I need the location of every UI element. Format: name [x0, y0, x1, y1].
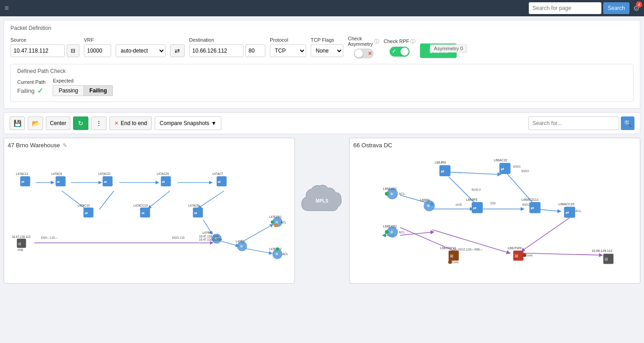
tcp-flags-label: TCP Flags	[311, 37, 343, 43]
mpls-cloud-wrap: MPLS	[299, 138, 345, 284]
svg-text:⇄: ⇄	[473, 206, 477, 210]
destination-input[interactable]	[189, 44, 244, 57]
svg-text:6m5.0: 6m5.0	[472, 188, 481, 192]
svg-text:⇄: ⇄	[85, 211, 88, 215]
toolbar-search-wrap: 🔍	[528, 116, 634, 130]
ostrava-dc-container: 66 Ostrava DC 6m5.0	[349, 138, 640, 284]
check-rpf-group: Check RPF ⓘ ✓	[384, 38, 415, 57]
source-input[interactable]	[10, 44, 65, 57]
svg-text:Zone: Zone	[525, 254, 532, 257]
svg-text:⇄: ⇄	[566, 210, 569, 215]
svg-text:ACL: ACL	[283, 252, 288, 256]
current-path-label: Current Path	[17, 79, 45, 85]
expected-passing-button[interactable]: Passing	[53, 85, 84, 96]
diagram-search-button[interactable]: 🔍	[621, 116, 634, 130]
refresh-button[interactable]: ↻	[73, 116, 88, 130]
packet-definition-panel: Packet Definition Source ⊟ VRF - auto-de…	[4, 20, 640, 109]
save-button[interactable]: 💾	[10, 116, 25, 130]
svg-point-52	[274, 224, 277, 227]
current-path-status-row: Failing ✓	[17, 87, 45, 95]
svg-text:⇄: ⇄	[57, 180, 60, 184]
asymmetry-info-icon[interactable]: ⓘ	[374, 38, 379, 45]
svg-text:L47AC11: L47AC11	[16, 172, 28, 175]
gear-icon-wrap[interactable]: ⚙ 4	[633, 4, 639, 13]
svg-text:10.47.110/105/24: 10.47.110/105/24	[199, 238, 222, 241]
expected-failing-button[interactable]: Failing	[84, 85, 113, 96]
vrf-group: VRF	[84, 37, 111, 57]
packet-fields-row: Source ⊟ VRF - auto-detect ⇄ Destination	[10, 36, 634, 58]
svg-point-105	[385, 230, 389, 234]
protocol-label: Protocol	[270, 37, 306, 43]
protocol-select[interactable]: TCP	[270, 44, 306, 57]
svg-text:L47AC21: L47AC21	[98, 172, 111, 175]
compare-chevron-icon: ▼	[211, 120, 217, 126]
swap-button[interactable]: ⇄	[170, 44, 185, 57]
svg-text:ACL: ACL	[281, 221, 287, 224]
svg-text:L47AC10: L47AC10	[78, 204, 90, 207]
svg-text:ACL: ACL	[575, 209, 581, 213]
svg-text:L47AC9: L47AC9	[51, 172, 62, 175]
svg-text:10.47.118.112: 10.47.118.112	[12, 235, 30, 238]
svg-text:L47AC7: L47AC7	[212, 172, 223, 175]
menu-icon[interactable]: ≡	[5, 4, 9, 12]
current-path-field: Current Path Failing ✓	[17, 79, 45, 95]
destination-label: Destination	[189, 37, 265, 43]
end-to-end-x-icon: ✕	[114, 120, 119, 126]
svg-text:L47AC20: L47AC20	[157, 172, 169, 175]
defined-path-check-title: Defined Path Check	[17, 68, 627, 74]
source-input-group: ⊟	[10, 44, 79, 57]
svg-text:L47EXR1: L47EXR1	[269, 215, 282, 218]
svg-text:ACL: ACL	[399, 231, 405, 234]
copy-source-button[interactable]: ⊟	[67, 44, 79, 57]
open-button[interactable]: 📂	[28, 116, 43, 130]
page-search-input[interactable]	[529, 2, 601, 14]
current-path-status: Failing	[17, 87, 34, 94]
svg-text:L66R3: L66R3	[420, 198, 429, 202]
vrf-label: VRF	[84, 37, 111, 43]
svg-line-124	[522, 218, 570, 251]
svg-text:E0/0—118—: E0/0—118—	[41, 236, 58, 239]
svg-text:✳: ✳	[390, 229, 394, 235]
svg-text:Et0/3.118: Et0/3.118	[172, 236, 185, 239]
svg-text:Et0/2: Et0/2	[522, 203, 530, 207]
svg-text:L66ACC23: L66ACC23	[559, 203, 575, 206]
vrf-detect-select[interactable]: auto-detect	[116, 44, 166, 57]
mpls-cloud-svg: MPLS	[299, 184, 345, 220]
asymmetry-label: Asymmetry 0	[434, 46, 463, 51]
end-to-end-button[interactable]: ✕ End to end	[109, 116, 152, 130]
page-search-button[interactable]: Search	[603, 2, 629, 14]
asymmetry-toggle-x: ✕	[368, 51, 372, 57]
svg-text:L47EXR2: L47EXR2	[269, 247, 282, 251]
current-path-check-icon: ✓	[37, 87, 43, 95]
svg-text:⊞: ⊞	[450, 254, 454, 258]
ostrava-title-text: 66 Ostrava DC	[353, 142, 392, 149]
svg-text:L66JTW9: L66JTW9	[508, 246, 522, 250]
center-button[interactable]: Center	[46, 116, 70, 130]
svg-text:10.47.118.1/24: 10.47.118.1/24	[199, 235, 219, 238]
svg-text:⊞: ⊞	[515, 254, 518, 258]
svg-text:⇄: ⇄	[501, 167, 504, 171]
compare-label: Compare Snapshots	[160, 120, 209, 126]
vrf-value-input[interactable]	[84, 44, 111, 57]
destination-port-input[interactable]	[245, 44, 265, 57]
rpf-info-icon[interactable]: ⓘ	[410, 38, 415, 45]
svg-text:L66AC2111: L66AC2111	[522, 198, 539, 202]
svg-text:⇄: ⇄	[441, 169, 444, 174]
svg-text:⇄: ⇄	[218, 180, 221, 184]
asymmetry-toggle[interactable]: ✕	[354, 48, 374, 58]
notification-badge: 4	[636, 1, 642, 8]
svg-text:⇄: ⇄	[104, 180, 107, 184]
more-options-button[interactable]: ⋮	[91, 116, 107, 130]
brno-edit-icon[interactable]: ✎	[63, 142, 67, 149]
diagram-area: 47 Brno Warehouse ✎	[4, 138, 640, 284]
svg-text:⇄: ⇄	[21, 180, 24, 184]
defined-path-check-section: Defined Path Check Current Path Failing …	[10, 64, 634, 102]
asymmetry-badge: Asymmetry 0	[430, 44, 467, 53]
svg-text:L66JR6: L66JR6	[435, 161, 446, 164]
packet-definition-title: Packet Definition	[10, 25, 634, 31]
svg-line-5	[99, 191, 114, 209]
rpf-toggle[interactable]: ✓	[390, 47, 410, 57]
tcp-flags-select[interactable]: None	[311, 44, 343, 57]
diagram-search-input[interactable]	[528, 116, 619, 130]
compare-snapshots-button[interactable]: Compare Snapshots ▼	[155, 116, 221, 130]
